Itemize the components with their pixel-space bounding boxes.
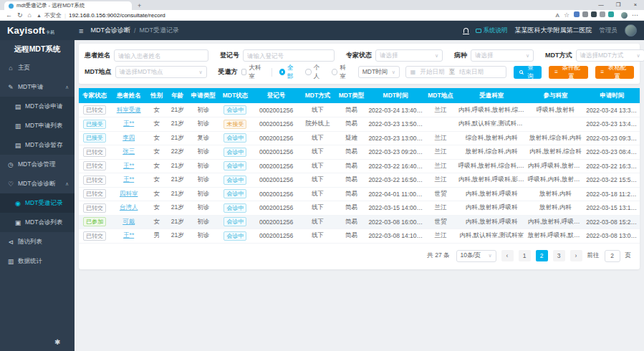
date-range-picker[interactable]: ▦ 开始日期 至 结束日期 (405, 66, 506, 78)
sidebar-item-MDT会诊诊断[interactable]: ♡MDT会诊诊断∧ (0, 174, 75, 193)
jump-page-input[interactable] (605, 250, 620, 262)
back-icon[interactable]: ← (6, 11, 12, 19)
cell-mdt_place: 兰江 (424, 159, 456, 173)
calendar-icon: ▦ (410, 69, 416, 75)
patient-name-link[interactable]: 可戴 (122, 218, 135, 225)
search-button[interactable]: 查询 (514, 66, 542, 79)
page-button-3[interactable]: 3 (553, 250, 565, 261)
page-size-select[interactable]: 10条/页 ∨ (456, 250, 496, 262)
sidebar-item-MDT会诊列表[interactable]: ▣MDT会诊列表 (0, 213, 75, 232)
dept-checkbox[interactable] (241, 69, 247, 75)
sidebar-item-label: MDT受邀记录 (25, 199, 62, 208)
table-row[interactable]: 已转交台湾人女21岁初诊会诊中0002001256线下简易2022-03-15 … (79, 201, 640, 216)
patient-name-link[interactable]: 李四 (122, 134, 135, 141)
page-button-2[interactable]: 2 (536, 250, 548, 261)
security-label: 不安全 (44, 11, 62, 19)
next-page-button[interactable]: › (570, 250, 582, 261)
url-field[interactable]: ▲ 不安全 | 192.168.0.156:9002/consultate/re… (37, 11, 551, 19)
settings-gear-icon[interactable]: ✱ (54, 338, 60, 346)
disease-select[interactable]: 请选择 ∨ (471, 49, 534, 62)
radio-personal[interactable]: 个人 (305, 64, 325, 81)
extension-icon[interactable] (600, 11, 605, 17)
cell-mdt_time: 2022-03-08 14:10:00 (367, 229, 424, 244)
cell-expert_status: 已转交 (79, 173, 110, 188)
condition-config-label: 条件配置 (560, 64, 582, 81)
patient-name-link[interactable]: 张三 (122, 148, 135, 155)
sidebar-item-MDT申请[interactable]: ✎MDT申请∧ (0, 77, 75, 97)
sidebar-fold-icon[interactable]: ≡ (79, 27, 83, 35)
table-row[interactable]: 已转交科室受邀女21岁初诊会诊中0002001256线下简易2022-03-24… (79, 103, 640, 117)
radio-personal-label: 个人 (314, 64, 325, 81)
dept-checkbox-label: 大科室 (249, 64, 264, 81)
patient-name-link[interactable]: 王** (123, 120, 134, 127)
expert-status-select[interactable]: 请选择 ∨ (375, 49, 443, 62)
patient-name-link[interactable]: 台湾人 (120, 203, 138, 211)
user-avatar[interactable] (625, 24, 637, 37)
column-header: MDT状态 (218, 88, 253, 103)
extension-icon[interactable] (591, 11, 597, 17)
home-icon[interactable]: ⌂ (28, 11, 32, 19)
system-help-link[interactable]: 系统说明 (476, 27, 508, 35)
table-row[interactable]: 已转交王**女21岁初诊会诊中0002001256线下简易2022-03-22 … (79, 159, 640, 173)
reg-no-input[interactable] (243, 49, 335, 62)
extension-icon[interactable] (582, 11, 588, 17)
table-row[interactable]: 已接受王**女21岁初诊未接受0002001256院外线上简易2022-03-2… (79, 117, 640, 132)
patient-name-link[interactable]: 王** (123, 176, 134, 183)
cell-mdt_mode: 线下 (299, 201, 335, 216)
sidebar-item-MDT会诊管理[interactable]: ◷MDT会诊管理 (0, 155, 75, 174)
table-row[interactable]: 已接受李四女21岁复诊会诊中0002001256线下疑难2022-03-23 1… (79, 131, 640, 145)
cell-name: 王** (110, 117, 148, 132)
cell-apply_type: 初诊 (188, 201, 218, 216)
patient-name-link[interactable]: 四科室 (120, 190, 138, 197)
page-button-1[interactable]: 1 (519, 250, 531, 261)
cell-apply_type: 初诊 (188, 215, 218, 229)
sidebar-item-MDT申请列表[interactable]: ▥MDT申请列表 (0, 116, 75, 135)
reload-icon[interactable]: ↻ (17, 11, 23, 19)
close-button[interactable]: × (627, 0, 644, 10)
table-row[interactable]: 已转交四科室女21岁初诊会诊中0002001256线下简易2022-04-01 … (79, 187, 640, 201)
bookmark-star-icon[interactable]: ☆ (564, 11, 569, 19)
time-field-select[interactable]: MDT时间 ∨ (358, 66, 400, 78)
table-config-button[interactable]: ≡ 表格配置 (595, 66, 634, 79)
patient-name-link[interactable]: 王** (123, 231, 134, 239)
status-badge: 会诊中 (224, 217, 246, 226)
prev-page-button[interactable]: ‹ (501, 250, 514, 261)
condition-config-button[interactable]: ≡ 条件配置 (549, 66, 587, 79)
sliders-icon: ≡ (554, 69, 558, 75)
browser-menu-icon[interactable]: ⋯ (632, 11, 638, 19)
new-tab-button[interactable]: + (138, 1, 141, 10)
status-badge: 会诊中 (224, 203, 246, 213)
table-row[interactable]: 已参加可戴女21岁初诊会诊中0002001256线下简易2022-03-08 1… (79, 215, 640, 229)
read-aloud-icon[interactable]: A (556, 12, 559, 19)
patient-name-link[interactable]: 科室受邀 (117, 106, 141, 113)
cell-joined_depts: 呼吸科,放射科 (527, 103, 585, 117)
table-row[interactable]: 已转交王**男21岁初诊会诊中0002001256线下简易2022-03-08 … (79, 229, 640, 244)
sidebar-item-MDT会诊申请[interactable]: ▤MDT会诊申请 (0, 97, 75, 116)
cell-mdt_mode: 线下 (299, 173, 335, 188)
table-row[interactable]: 已转交王**女21岁初诊会诊中0002001256线下简易2022-03-22 … (79, 173, 640, 188)
table-row[interactable]: 已转交张三女22岁初诊会诊中0002001256线下简易2022-03-23 0… (79, 145, 640, 160)
sidebar-item-MDT受邀记录[interactable]: ◉MDT受邀记录 (0, 193, 75, 213)
patient-name-link[interactable]: 王** (123, 162, 134, 169)
page-url: 192.168.0.156:9002/consultate/record (69, 12, 165, 19)
extension-icon[interactable] (608, 11, 614, 17)
cell-apply_time: 2022-03-23 13:41:45 (585, 117, 640, 132)
bell-icon[interactable] (463, 28, 468, 33)
maximize-button[interactable]: ❐ (610, 0, 627, 10)
patient-name-input[interactable] (114, 49, 208, 62)
sidebar-item-主页[interactable]: ⌂主页 (0, 58, 75, 77)
cell-mdt_mode: 线下 (299, 215, 335, 229)
minimize-button[interactable]: — (592, 0, 610, 10)
browser-profile-avatar[interactable] (621, 12, 628, 19)
breadcrumb-section[interactable]: MDT会诊诊断 (90, 26, 130, 35)
radio-all[interactable]: 全部 (279, 64, 299, 81)
mdt-mode-select[interactable]: 请选择MDT方式 ∨ (576, 49, 644, 62)
cell-invited_depts: 内科,放射科,呼吸科 (457, 215, 527, 229)
sidebar-item-数据统计[interactable]: ▥数据统计 (0, 251, 75, 271)
browser-tab[interactable]: mdt受邀记录 - 远程MDT系统 (4, 1, 132, 10)
sidebar-item-随访列表[interactable]: ⊲随访列表 (0, 232, 75, 251)
mdt-place-select[interactable]: 请选择MDT地点 ∨ (115, 66, 207, 78)
radio-dept[interactable]: 科室 (332, 64, 351, 81)
extension-icon[interactable] (574, 11, 580, 17)
sidebar-item-MDT会诊暂存[interactable]: ▤MDT会诊暂存 (0, 135, 75, 155)
